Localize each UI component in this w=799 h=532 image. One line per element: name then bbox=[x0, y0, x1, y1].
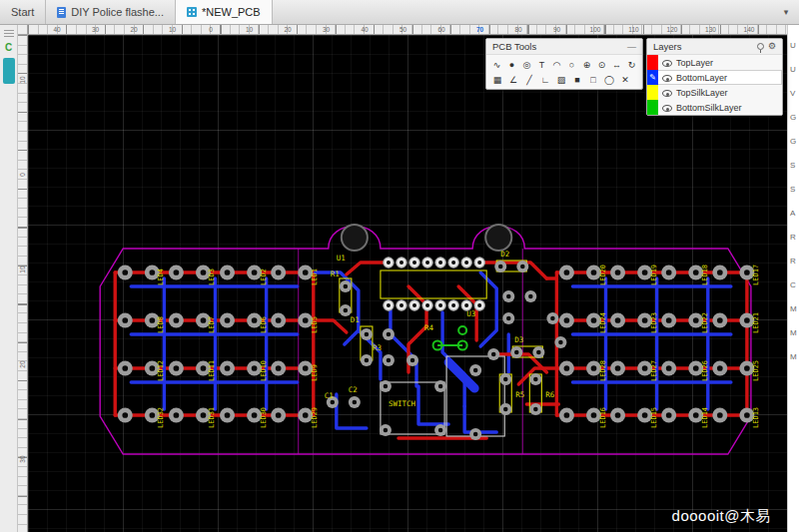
tab-start-label: Start bbox=[11, 6, 34, 18]
image-tool[interactable]: ▦ bbox=[490, 73, 504, 86]
led-LED31[interactable]: LED31 bbox=[169, 407, 217, 428]
eye-icon[interactable] bbox=[662, 58, 672, 68]
line-tool[interactable]: ╱ bbox=[522, 73, 536, 86]
tab-new-pcb[interactable]: *NEW_PCB bbox=[176, 0, 273, 24]
layer-color-swatch[interactable] bbox=[647, 100, 658, 115]
led-LED2[interactable]: LED2 bbox=[220, 266, 268, 286]
right-panel-label: V bbox=[790, 89, 795, 98]
led-LED14[interactable]: LED14 bbox=[661, 407, 709, 428]
measure-tool[interactable]: ∟ bbox=[538, 73, 552, 86]
led-LED26[interactable]: LED26 bbox=[661, 360, 709, 381]
eye-icon[interactable] bbox=[662, 88, 672, 98]
h-ruler-label: 80 bbox=[514, 25, 521, 35]
gear-icon[interactable]: ⚙ bbox=[768, 42, 776, 51]
chevron-down-icon[interactable]: ▾ bbox=[773, 0, 799, 24]
led-LED19[interactable]: LED19 bbox=[610, 265, 658, 285]
svg-text:LED32: LED32 bbox=[157, 407, 165, 428]
led-LED18[interactable]: LED18 bbox=[661, 265, 709, 285]
solid-region-tool[interactable]: ■ bbox=[570, 73, 584, 86]
svg-text:LED17: LED17 bbox=[752, 265, 760, 285]
layer-name: TopSilkLayer bbox=[676, 88, 728, 98]
layers-panel[interactable]: Layers ⚙ TopLayer✎BottomLayerTopSilkLaye… bbox=[646, 38, 783, 116]
silk-label-r6: R6 bbox=[545, 390, 555, 399]
pcb-tools-palette[interactable]: PCB Tools — ∿●◎T◠○⊕⊙↔↻▦∠╱∟▨■□◯✕ bbox=[485, 38, 643, 90]
left-collapsed-panel-tab[interactable] bbox=[3, 58, 15, 84]
track-tool[interactable]: ∿ bbox=[490, 58, 503, 71]
led-LED12[interactable]: LED12 bbox=[118, 360, 166, 381]
cutout-tool[interactable]: ✕ bbox=[618, 73, 632, 86]
led-LED30[interactable]: LED30 bbox=[220, 407, 268, 428]
pcb-tools-title: PCB Tools bbox=[492, 41, 536, 52]
silk-label-r3: R3 bbox=[373, 343, 382, 352]
led-LED6[interactable]: LED6 bbox=[220, 313, 268, 334]
led-LED13[interactable]: LED13 bbox=[712, 407, 760, 428]
circle-outline-tool[interactable]: ◯ bbox=[602, 73, 616, 86]
led-LED27[interactable]: LED27 bbox=[610, 360, 658, 381]
pin-icon[interactable] bbox=[757, 43, 764, 50]
led-LED32[interactable]: LED32 bbox=[118, 407, 166, 428]
layer-color-swatch[interactable]: ✎ bbox=[647, 70, 658, 85]
minimize-icon[interactable]: — bbox=[627, 42, 636, 52]
rotate-tool[interactable]: ↻ bbox=[625, 58, 638, 71]
led-LED4[interactable]: LED4 bbox=[118, 266, 166, 286]
led-LED7[interactable]: LED7 bbox=[169, 313, 217, 334]
layer-row-bottomsilklayer[interactable]: BottomSilkLayer bbox=[647, 100, 782, 115]
h-ruler-label: 110 bbox=[628, 25, 638, 35]
component-U3[interactable] bbox=[384, 258, 485, 310]
rect-tool[interactable]: □ bbox=[586, 73, 600, 86]
svg-text:LED19: LED19 bbox=[650, 265, 658, 285]
layer-name: BottomLayer bbox=[676, 73, 727, 83]
led-LED17[interactable]: LED17 bbox=[712, 265, 760, 285]
pad-tool[interactable]: ● bbox=[505, 58, 518, 71]
led-LED25[interactable]: LED25 bbox=[712, 360, 760, 381]
center-components[interactable]: U1U3D1D2D3R1R3R4R5R6C1C2SWITCH bbox=[325, 250, 567, 440]
led-LED24[interactable]: LED24 bbox=[559, 312, 607, 333]
led-LED22[interactable]: LED22 bbox=[661, 312, 709, 333]
canvas-origin-tool[interactable]: ⊕ bbox=[580, 58, 593, 71]
h-ruler-label: 20 bbox=[284, 25, 291, 35]
hole-tool[interactable]: ⊙ bbox=[595, 58, 608, 71]
layer-name: BottomSilkLayer bbox=[676, 103, 742, 113]
arc-tool[interactable]: ◠ bbox=[550, 58, 563, 71]
silk-label-d2: D2 bbox=[500, 250, 509, 259]
led-LED5[interactable]: LED5 bbox=[271, 313, 319, 334]
led-LED9[interactable]: LED9 bbox=[271, 361, 319, 382]
led-LED3[interactable]: LED3 bbox=[169, 266, 217, 286]
led-LED20[interactable]: LED20 bbox=[559, 265, 607, 285]
led-LED21[interactable]: LED21 bbox=[712, 312, 760, 333]
svg-text:LED31: LED31 bbox=[208, 407, 216, 428]
protractor-tool[interactable]: ∠ bbox=[506, 73, 520, 86]
eye-icon[interactable] bbox=[662, 103, 672, 113]
v-ruler-label: 30 bbox=[18, 452, 28, 466]
led-LED15[interactable]: LED15 bbox=[610, 407, 658, 428]
layer-color-swatch[interactable] bbox=[647, 85, 658, 100]
eye-icon[interactable] bbox=[662, 73, 672, 83]
ruler-corner bbox=[18, 25, 28, 35]
layer-row-bottomlayer[interactable]: ✎BottomLayer bbox=[647, 70, 782, 85]
led-LED28[interactable]: LED28 bbox=[559, 360, 607, 381]
svg-text:LED13: LED13 bbox=[752, 407, 760, 428]
dimension-tool[interactable]: ↔ bbox=[610, 58, 623, 71]
h-ruler-label: 50 bbox=[400, 25, 406, 35]
svg-text:LED23: LED23 bbox=[650, 312, 658, 333]
copper-area-tool[interactable]: ▨ bbox=[554, 73, 568, 86]
circle-tool[interactable]: ○ bbox=[565, 58, 578, 71]
via-tool[interactable]: ◎ bbox=[520, 58, 533, 71]
led-LED8[interactable]: LED8 bbox=[118, 313, 166, 334]
silk-label-d3: D3 bbox=[514, 335, 523, 344]
led-LED23[interactable]: LED23 bbox=[610, 312, 658, 333]
led-LED10[interactable]: LED10 bbox=[220, 360, 268, 381]
led-LED1[interactable]: LED1 bbox=[271, 266, 319, 286]
tab-start[interactable]: Start bbox=[0, 0, 46, 24]
layer-row-toplayer[interactable]: TopLayer bbox=[647, 55, 782, 70]
layers-header[interactable]: Layers ⚙ bbox=[647, 39, 782, 55]
led-LED16[interactable]: LED16 bbox=[559, 407, 607, 428]
tab-diy-police-flasher[interactable]: DIY Police flashe... bbox=[46, 0, 176, 24]
led-LED29[interactable]: LED29 bbox=[271, 407, 319, 428]
panel-grip-icon[interactable] bbox=[4, 30, 14, 37]
pcb-tools-header[interactable]: PCB Tools — bbox=[486, 39, 642, 55]
layer-color-swatch[interactable] bbox=[647, 55, 658, 70]
layer-row-topsilklayer[interactable]: TopSilkLayer bbox=[647, 85, 782, 100]
text-tool[interactable]: T bbox=[535, 58, 548, 71]
led-LED11[interactable]: LED11 bbox=[169, 360, 217, 381]
